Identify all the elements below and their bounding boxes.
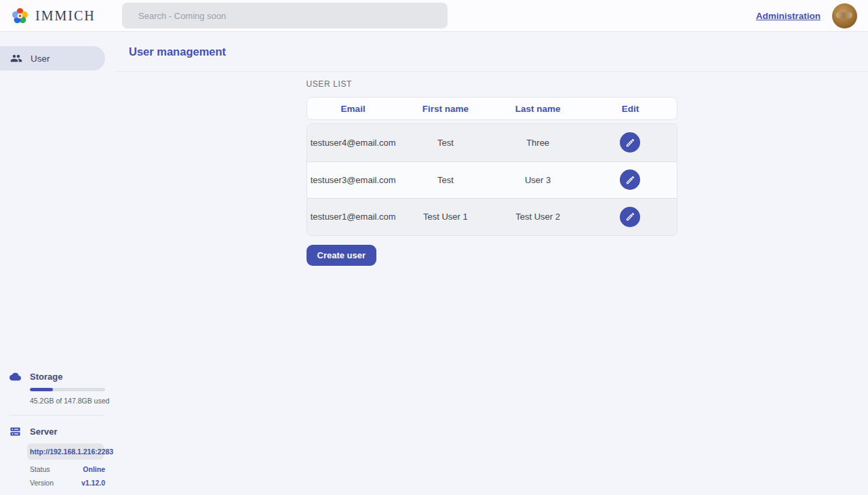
table-row: testuser3@email.com Test User 3 xyxy=(307,161,677,199)
table-row: testuser1@email.com Test User 1 Test Use… xyxy=(307,198,677,235)
app-logo[interactable]: IMMICH xyxy=(11,7,96,25)
cell-last-name: Test User 2 xyxy=(492,212,584,222)
server-url-badge: http://192.168.1.216:2283 xyxy=(27,443,104,460)
cell-email: testuser4@email.com xyxy=(307,138,399,148)
cell-first-name: Test User 1 xyxy=(399,212,492,222)
people-icon xyxy=(10,52,22,64)
page-title: User management xyxy=(129,45,226,58)
cell-last-name: User 3 xyxy=(492,175,584,185)
storage-usage-text: 45.2GB of 147.8GB used xyxy=(30,397,105,405)
user-table: USER LIST Email First name Last name Edi… xyxy=(307,79,677,266)
storage-section-header: Storage xyxy=(9,371,105,382)
search-input[interactable] xyxy=(122,3,448,28)
content-area: User management USER LIST Email First na… xyxy=(115,32,868,495)
version-value: v1.12.0 xyxy=(81,479,105,487)
storage-title: Storage xyxy=(30,372,62,382)
table-header-row: Email First name Last name Edit xyxy=(307,97,677,120)
pencil-icon xyxy=(625,138,635,148)
edit-user-button[interactable] xyxy=(620,207,640,227)
sidebar-item-users[interactable]: User xyxy=(0,46,105,71)
main-panel: USER LIST Email First name Last name Edi… xyxy=(115,72,868,266)
topbar-right: Administration xyxy=(756,3,857,28)
cloud-icon xyxy=(9,371,21,382)
sidebar-item-label: User xyxy=(31,54,50,64)
edit-user-button[interactable] xyxy=(620,132,640,153)
top-bar: IMMICH Administration xyxy=(0,0,868,32)
user-avatar[interactable] xyxy=(832,3,857,28)
cell-email: testuser1@email.com xyxy=(307,212,399,222)
column-header-email: Email xyxy=(307,104,399,114)
server-title: Server xyxy=(30,427,57,437)
table-row: testuser4@email.com Test Three xyxy=(307,124,677,161)
status-value: Online xyxy=(83,465,105,473)
server-icon xyxy=(9,426,21,437)
user-list-label: USER LIST xyxy=(307,79,677,89)
server-section-header: Server xyxy=(9,426,105,437)
column-header-last-name: Last name xyxy=(492,104,584,114)
search-box xyxy=(122,3,448,28)
cell-last-name: Three xyxy=(492,138,584,148)
column-header-first-name: First name xyxy=(399,104,492,114)
cell-first-name: Test xyxy=(399,175,492,185)
sidebar-footer: Storage 45.2GB of 147.8GB used xyxy=(0,371,115,487)
pencil-icon xyxy=(625,212,635,222)
cell-edit xyxy=(584,132,676,153)
server-version-row: Version v1.12.0 xyxy=(30,479,105,487)
pencil-icon xyxy=(625,175,635,185)
immich-flower-icon xyxy=(11,7,29,25)
admin-sidebar: User Storage 45.2GB of 147.8GB used xyxy=(0,32,115,495)
administration-link[interactable]: Administration xyxy=(756,11,821,21)
server-status-row: Status Online xyxy=(30,465,105,473)
sidebar-divider xyxy=(9,415,105,416)
storage-progress-bar xyxy=(30,388,105,391)
user-table-body: testuser4@email.com Test Three testuser3… xyxy=(307,123,677,236)
storage-progress-fill xyxy=(30,388,53,391)
edit-user-button[interactable] xyxy=(620,170,640,190)
version-label: Version xyxy=(30,479,54,487)
column-header-edit: Edit xyxy=(584,104,676,114)
create-user-button[interactable]: Create user xyxy=(307,245,377,266)
app-shell: User Storage 45.2GB of 147.8GB used xyxy=(0,32,868,495)
cell-edit xyxy=(584,170,676,190)
app-name: IMMICH xyxy=(35,8,96,24)
content-header: User management xyxy=(115,32,868,72)
cell-edit xyxy=(584,207,676,227)
cell-first-name: Test xyxy=(399,138,492,148)
status-label: Status xyxy=(30,465,50,473)
cell-email: testuser3@email.com xyxy=(307,175,399,185)
